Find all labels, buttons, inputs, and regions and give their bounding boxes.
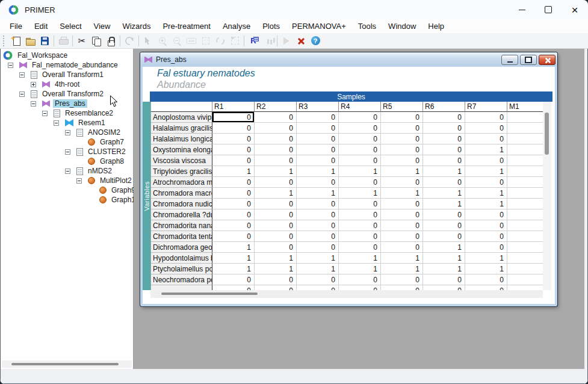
cell[interactable] <box>507 112 543 123</box>
cell[interactable]: 0 <box>212 155 255 166</box>
row-label[interactable]: Chromadora macrol <box>151 188 212 199</box>
expander-minus-icon[interactable] <box>65 149 70 155</box>
cell[interactable] <box>507 155 543 166</box>
cell[interactable]: 0 <box>212 199 255 209</box>
cell[interactable]: 0 <box>381 112 423 123</box>
cell[interactable]: 1 <box>465 264 507 274</box>
tree-item-resem1[interactable]: Resem1 <box>1 118 133 128</box>
open-button[interactable] <box>23 34 37 48</box>
cell[interactable]: 1 <box>212 264 255 274</box>
cell[interactable]: 0 <box>297 144 339 155</box>
cell[interactable] <box>507 253 543 264</box>
cell[interactable]: 0 <box>465 123 507 134</box>
tree-item-resemblance2[interactable]: Resemblance2 <box>1 108 133 118</box>
cell[interactable]: 1 <box>339 166 381 177</box>
cell[interactable]: 1 <box>381 253 423 264</box>
cell[interactable]: 0 <box>423 274 465 285</box>
tree-item-fal-nematode-abundance[interactable]: Fal_nematode_abundance <box>1 60 133 70</box>
cell[interactable]: 1 <box>423 242 465 253</box>
select-region-button[interactable] <box>199 34 213 48</box>
maximize-button[interactable] <box>535 1 562 19</box>
row-label[interactable]: Viscosia viscosa <box>151 155 212 166</box>
cell[interactable]: 0 <box>381 209 423 220</box>
cell[interactable]: 0 <box>255 123 297 134</box>
copy-button[interactable] <box>89 34 104 48</box>
row-label[interactable]: Chromadorella ?dub <box>151 209 212 220</box>
tree-item-cluster2[interactable]: CLUSTER2 <box>1 147 133 156</box>
cell[interactable] <box>507 188 543 199</box>
cell[interactable]: 0 <box>297 220 339 231</box>
cell[interactable]: 0 <box>423 220 465 231</box>
tree-horizontal-scrollbar[interactable] <box>2 361 132 368</box>
tree-item-nmds2[interactable]: nMDS2 <box>1 166 133 176</box>
cell[interactable]: 1 <box>339 253 381 264</box>
cell[interactable]: 0 <box>465 134 507 144</box>
cell[interactable]: 1 <box>465 188 507 199</box>
expander-minus-icon[interactable] <box>42 111 48 116</box>
expander-minus-icon[interactable] <box>65 130 70 135</box>
cell[interactable]: 0 <box>465 285 507 290</box>
cell[interactable]: 0 <box>255 144 297 155</box>
cell[interactable]: 0 <box>381 242 423 253</box>
cell[interactable] <box>507 231 543 242</box>
cell[interactable]: 0 <box>297 123 339 134</box>
cell[interactable]: 0 <box>297 199 339 209</box>
cell[interactable]: 0 <box>339 155 381 166</box>
cell[interactable]: 0 <box>381 274 423 285</box>
menu-view[interactable]: View <box>88 20 117 32</box>
document-restore-button[interactable] <box>520 55 537 65</box>
print-button[interactable] <box>56 34 70 48</box>
cell[interactable]: 0 <box>381 220 423 231</box>
zoom-out-button[interactable] <box>170 34 184 48</box>
row-label[interactable]: Hypodontolaimus b <box>151 253 212 264</box>
rotate-button[interactable] <box>227 34 242 48</box>
cell[interactable]: 0 <box>212 274 255 285</box>
cell[interactable]: 0 <box>339 274 381 285</box>
cell[interactable]: 0 <box>423 134 465 144</box>
tree-item-4th-root[interactable]: 4th-root <box>1 79 133 89</box>
cell[interactable]: 1 <box>381 166 423 177</box>
paste-button[interactable] <box>104 34 118 48</box>
cell[interactable]: 0 <box>339 220 381 231</box>
close-button[interactable] <box>562 1 588 19</box>
document-close-button[interactable] <box>539 55 556 65</box>
column-header-r3[interactable]: R3 <box>297 102 339 112</box>
cell[interactable]: 1 <box>423 253 465 264</box>
cell[interactable] <box>507 220 543 231</box>
cell[interactable] <box>507 209 543 220</box>
cell[interactable]: 0 <box>212 220 255 231</box>
menu-tools[interactable]: Tools <box>352 20 382 32</box>
cell[interactable]: 0 <box>212 134 255 144</box>
column-header-r5[interactable]: R5 <box>381 102 423 112</box>
cell[interactable]: 0 <box>339 242 381 253</box>
menu-plots[interactable]: Plots <box>256 20 286 32</box>
cell[interactable]: 0 <box>465 274 507 285</box>
cell[interactable]: 0 <box>381 199 423 209</box>
cell[interactable]: 0 <box>297 112 339 123</box>
menu-permanova[interactable]: PERMANOVA+ <box>286 20 352 32</box>
cell[interactable]: 0 <box>297 155 339 166</box>
undo-button[interactable] <box>122 34 137 48</box>
cell[interactable]: 1 <box>381 264 423 274</box>
tree-scrollbar-thumb[interactable] <box>11 363 119 365</box>
cell[interactable] <box>507 144 543 155</box>
cell[interactable]: 1 <box>381 188 423 199</box>
cell[interactable]: 0 <box>255 112 297 123</box>
cell[interactable]: 0 <box>423 177 465 188</box>
row-label[interactable]: Ptycholaimellus po <box>151 264 212 274</box>
cell[interactable]: 0 <box>255 220 297 231</box>
cell[interactable]: 0 <box>255 274 297 285</box>
menu-help[interactable]: Help <box>422 20 450 32</box>
cell[interactable]: 0 <box>297 242 339 253</box>
expander-minus-icon[interactable] <box>76 178 82 184</box>
cell[interactable] <box>507 242 543 253</box>
cell[interactable]: 0 <box>212 209 255 220</box>
column-header-r7[interactable]: R7 <box>465 102 507 112</box>
cell[interactable]: 0 <box>381 123 423 134</box>
cell[interactable]: 0 <box>255 155 297 166</box>
row-label[interactable]: Halalaimus gracilis <box>151 123 212 134</box>
cell[interactable]: 0 <box>339 144 381 155</box>
menu-analyse[interactable]: Analyse <box>217 20 256 32</box>
cell[interactable]: 1 <box>212 242 255 253</box>
cell[interactable]: 1 <box>212 253 255 264</box>
